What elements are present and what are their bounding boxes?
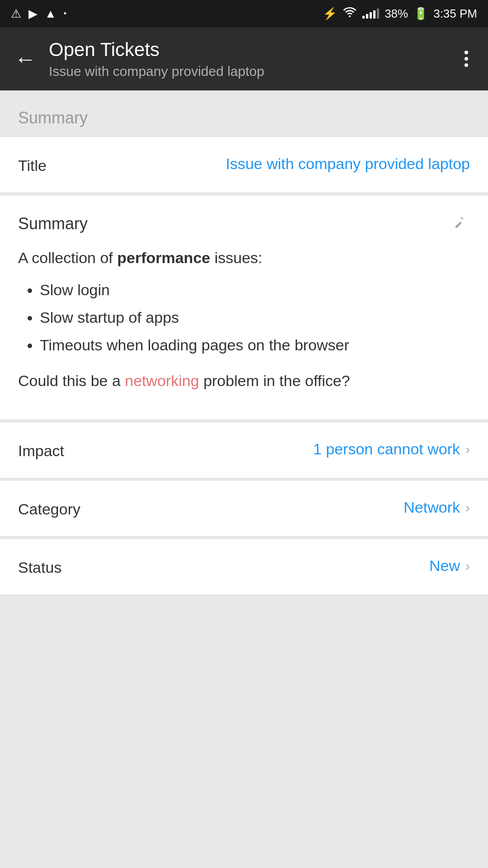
summary-intro: A collection of performance issues: [18, 246, 470, 269]
status-bar-left: ⚠ ▶ ▲ • [11, 7, 66, 21]
title-value: Issue with company provided laptop [108, 155, 470, 173]
battery-percent: 38% [385, 7, 408, 21]
impact-value[interactable]: 1 person cannot work › [108, 440, 470, 458]
summary-question: Could this be a networking problem in th… [18, 369, 470, 392]
header-subtitle: Issue with company provided laptop [49, 64, 459, 79]
wifi-icon [343, 6, 357, 21]
impact-card: Impact 1 person cannot work › [0, 422, 488, 478]
category-value[interactable]: Network › [108, 499, 470, 516]
status-bar-right: ⚡ 38% 🔋 3:35 PM [323, 6, 477, 21]
tray-icon: ▲ [45, 7, 56, 21]
section-label: Summary [0, 90, 488, 137]
category-card: Category Network › [0, 480, 488, 537]
warning-icon: ⚠ [11, 7, 21, 21]
category-row[interactable]: Category Network › [0, 481, 488, 536]
status-value[interactable]: New › [108, 557, 470, 575]
edit-icon[interactable] [454, 213, 470, 234]
battery-icon: 🔋 [413, 7, 428, 21]
status-chevron-icon: › [465, 558, 470, 574]
battery-charging-icon: ⚡ [323, 7, 337, 21]
header: ← Open Tickets Issue with company provid… [0, 27, 488, 90]
status-label: Status [18, 557, 108, 576]
impact-row[interactable]: Impact 1 person cannot work › [0, 422, 488, 478]
title-label: Title [18, 155, 108, 175]
header-text: Open Tickets Issue with company provided… [49, 38, 459, 79]
overflow-menu-button[interactable] [459, 45, 474, 72]
impact-label: Impact [18, 440, 108, 460]
time-display: 3:35 PM [433, 7, 477, 21]
impact-chevron-icon: › [465, 442, 470, 457]
status-bar: ⚠ ▶ ▲ • ⚡ 38% 🔋 3:35 PM [0, 0, 488, 27]
back-button[interactable]: ← [14, 47, 36, 71]
summary-card: Summary A collection of performance issu… [0, 195, 488, 420]
status-row[interactable]: Status New › [0, 539, 488, 594]
summary-bullets: Slow login Slow startup of apps Timeouts… [18, 278, 470, 357]
bullet-3: Timeouts when loading pages on the brows… [40, 334, 470, 357]
summary-card-header: Summary [18, 213, 470, 234]
dot-icon: • [64, 9, 66, 19]
signal-icon [362, 9, 379, 19]
title-card: Title Issue with company provided laptop [0, 137, 488, 193]
summary-body: A collection of performance issues: Slow… [18, 246, 470, 392]
youtube-icon: ▶ [28, 7, 38, 21]
category-label: Category [18, 499, 108, 518]
category-chevron-icon: › [465, 500, 470, 515]
summary-card-title: Summary [18, 214, 88, 233]
bullet-1: Slow login [40, 278, 470, 302]
title-row: Title Issue with company provided laptop [0, 137, 488, 193]
header-title: Open Tickets [49, 38, 459, 61]
bullet-2: Slow startup of apps [40, 306, 470, 329]
status-card: Status New › [0, 538, 488, 595]
